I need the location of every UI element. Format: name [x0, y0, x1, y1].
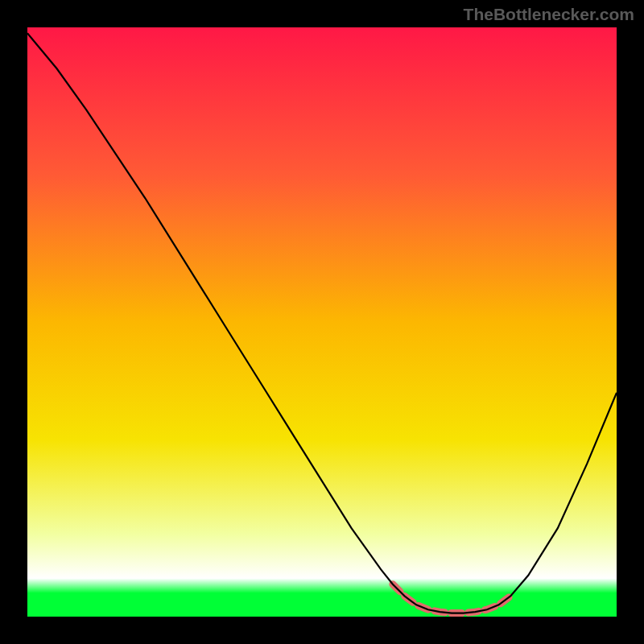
optimal-band: [393, 584, 510, 613]
watermark-text: TheBottlenecker.com: [464, 5, 634, 24]
bottleneck-curve: [27, 33, 617, 613]
plot-area: [27, 27, 617, 617]
curve-layer: [27, 27, 617, 617]
